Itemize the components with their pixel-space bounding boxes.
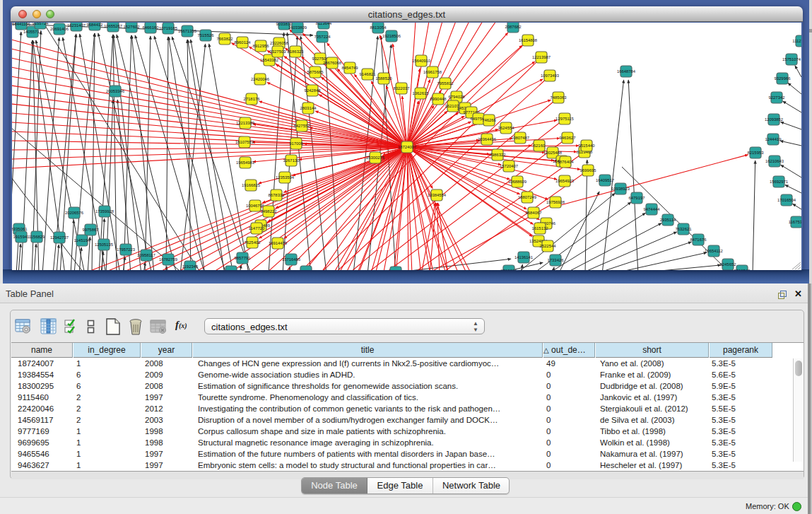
svg-text:16231407: 16231407 — [67, 23, 86, 28]
svg-text:9318546: 9318546 — [734, 269, 751, 270]
svg-text:10654112: 10654112 — [705, 249, 723, 253]
svg-text:9463627: 9463627 — [560, 136, 576, 140]
svg-text:10938923: 10938923 — [611, 187, 630, 191]
svg-text:16961758: 16961758 — [423, 70, 442, 74]
svg-text:62160: 62160 — [534, 144, 546, 148]
svg-text:10655267: 10655267 — [104, 24, 122, 28]
svg-text:7955812: 7955812 — [437, 81, 454, 86]
svg-text:3915941: 3915941 — [13, 235, 30, 239]
svg-text:9515440: 9515440 — [579, 144, 596, 148]
svg-text:19166825: 19166825 — [242, 183, 261, 187]
svg-text:19384554: 19384554 — [428, 193, 447, 197]
svg-text:25300275: 25300275 — [366, 156, 385, 160]
svg-text:9474444: 9474444 — [644, 207, 661, 211]
svg-text:12942737: 12942737 — [50, 235, 69, 240]
svg-text:15720407: 15720407 — [500, 164, 518, 168]
svg-text:1167531: 1167531 — [789, 220, 801, 224]
svg-text:20206576: 20206576 — [65, 211, 84, 215]
svg-text:6479197: 6479197 — [629, 196, 645, 200]
svg-text:7986322: 7986322 — [490, 153, 506, 157]
svg-text:8312001: 8312001 — [501, 269, 517, 270]
svg-text:2522544: 2522544 — [540, 244, 557, 248]
svg-text:16782759: 16782759 — [159, 257, 177, 262]
svg-text:20053346: 20053346 — [106, 89, 125, 93]
svg-text:1362615: 1362615 — [413, 91, 430, 95]
svg-text:1588520: 1588520 — [376, 76, 393, 81]
svg-text:8186323: 8186323 — [288, 49, 305, 54]
svg-text:12505135: 12505135 — [95, 243, 114, 247]
svg-text:20691406: 20691406 — [50, 27, 69, 31]
svg-text:15692971: 15692971 — [770, 180, 788, 184]
svg-text:2803144: 2803144 — [300, 106, 317, 110]
svg-text:12093852: 12093852 — [765, 117, 783, 122]
svg-text:16543382: 16543382 — [260, 58, 278, 62]
svg-text:7515526: 7515526 — [198, 33, 215, 37]
svg-text:10973493: 10973493 — [541, 74, 560, 78]
svg-text:8813054: 8813054 — [370, 25, 387, 30]
svg-text:15640910: 15640910 — [412, 59, 431, 63]
svg-text:9242848: 9242848 — [305, 88, 322, 93]
svg-text:7625402: 7625402 — [245, 240, 261, 245]
svg-text:8960124: 8960124 — [235, 40, 252, 45]
svg-text:28676068: 28676068 — [323, 61, 342, 65]
svg-text:9684412: 9684412 — [87, 23, 103, 27]
svg-text:8912956: 8912956 — [253, 44, 270, 48]
svg-text:19654923: 19654923 — [555, 179, 575, 183]
svg-text:8471676: 8471676 — [690, 238, 707, 242]
svg-text:8335061: 8335061 — [12, 227, 27, 231]
svg-text:12213987: 12213987 — [532, 55, 551, 59]
svg-text:12975115: 12975115 — [555, 117, 574, 121]
svg-text:9327503: 9327503 — [270, 49, 287, 54]
svg-text:16107553: 16107553 — [235, 140, 254, 144]
svg-text:1733426: 1733426 — [548, 258, 565, 262]
svg-text:7485063: 7485063 — [551, 95, 567, 100]
svg-text:10958117: 10958117 — [137, 253, 155, 257]
svg-text:10025488: 10025488 — [543, 151, 563, 155]
svg-text:1145194: 1145194 — [74, 238, 90, 243]
svg-text:11127433: 11127433 — [792, 39, 801, 43]
svg-text:16210643: 16210643 — [765, 159, 784, 163]
svg-text:1192345: 1192345 — [182, 264, 199, 269]
svg-text:9245652: 9245652 — [720, 262, 736, 267]
svg-text:7357224: 7357224 — [314, 35, 331, 39]
svg-text:9699695: 9699695 — [580, 168, 597, 173]
svg-text:19218506: 19218506 — [382, 34, 401, 38]
svg-text:12213389: 12213389 — [236, 121, 254, 125]
svg-text:10807487: 10807487 — [511, 136, 529, 140]
svg-text:17016504: 17016504 — [777, 198, 796, 202]
svg-text:9173326: 9173326 — [298, 269, 315, 270]
svg-text:7663822: 7663822 — [217, 37, 233, 41]
svg-text:8427552: 8427552 — [294, 124, 310, 128]
svg-text:746266: 746266 — [482, 118, 496, 122]
svg-text:9975867: 9975867 — [83, 228, 99, 232]
svg-text:12353594: 12353594 — [276, 175, 295, 180]
svg-text:10719185: 10719185 — [159, 26, 178, 30]
svg-text:8322037: 8322037 — [394, 86, 410, 90]
svg-text:10046796: 10046796 — [246, 204, 265, 208]
svg-text:3624554: 3624554 — [498, 126, 515, 130]
svg-text:16154808: 16154808 — [519, 38, 538, 42]
svg-text:18724007: 18724007 — [398, 145, 416, 149]
svg-text:9146821: 9146821 — [360, 72, 376, 76]
svg-text:9329966: 9329966 — [775, 76, 792, 81]
svg-text:16409517: 16409517 — [596, 178, 614, 182]
svg-text:1615132: 1615132 — [532, 226, 548, 230]
svg-text:6794028: 6794028 — [449, 95, 466, 99]
svg-text:3498222: 3498222 — [261, 209, 277, 214]
svg-text:9857791: 9857791 — [235, 256, 251, 260]
svg-text:9155724: 9155724 — [33, 23, 49, 25]
svg-text:5875685: 5875685 — [307, 70, 324, 74]
svg-text:20364436: 20364436 — [478, 137, 497, 141]
svg-text:15751074: 15751074 — [782, 57, 801, 62]
svg-text:917006: 917006 — [289, 141, 303, 146]
svg-text:17957223: 17957223 — [117, 247, 136, 252]
svg-text:3267130: 3267130 — [283, 158, 300, 163]
svg-text:8113644: 8113644 — [316, 23, 332, 25]
svg-text:8678332: 8678332 — [269, 193, 285, 197]
svg-text:16914479: 16914479 — [269, 241, 287, 245]
svg-text:19654983: 19654983 — [236, 160, 255, 165]
svg-text:15716485: 15716485 — [282, 257, 301, 262]
svg-text:19756928: 19756928 — [546, 200, 565, 204]
svg-text:14136141: 14136141 — [514, 255, 533, 259]
svg-text:1244419: 1244419 — [765, 137, 782, 141]
